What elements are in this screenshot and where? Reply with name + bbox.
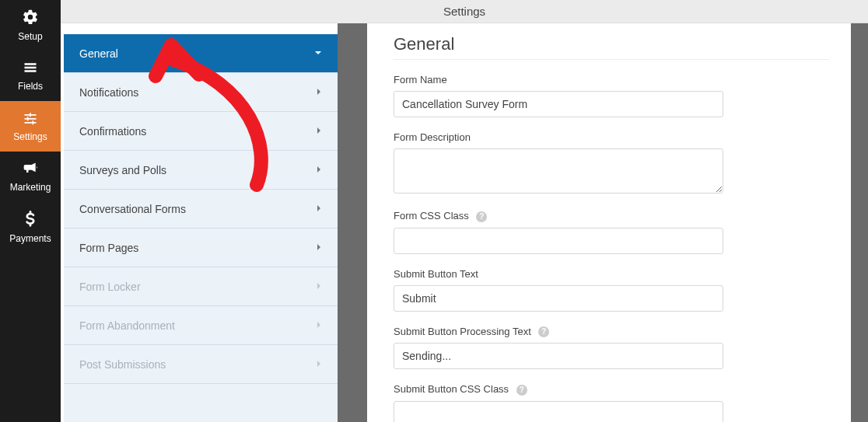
form-css-class-label-text: Form CSS Class [394,210,469,221]
form-css-class-label: Form CSS Class ? [394,210,831,222]
submit-button-processing-text-label: Submit Button Processing Text ? [394,326,831,338]
nav-fields[interactable]: Fields [0,51,61,101]
chevron-right-icon [316,242,322,253]
settings-item-conversational-forms[interactable]: Conversational Forms [64,190,338,228]
chevron-right-icon [316,165,322,176]
divider [394,59,829,60]
page-header: Settings [61,0,868,23]
chevron-right-icon [316,281,322,292]
gutter-left [338,23,367,422]
gear-icon [22,9,39,28]
chevron-right-icon [316,87,322,98]
form-description-textarea[interactable] [394,148,723,194]
settings-item-label: Surveys and Polls [79,164,166,176]
settings-item-label: Form Locker [79,281,141,293]
submit-button-text-input[interactable] [394,285,723,312]
settings-item-general[interactable]: General [64,34,338,73]
nav-fields-label: Fields [18,81,43,92]
settings-item-form-locker[interactable]: Form Locker [64,267,338,306]
help-icon[interactable]: ? [476,211,487,222]
nav-marketing[interactable]: Marketing [0,152,61,202]
list-icon [22,60,39,78]
vertical-nav: Setup Fields Settings Marketing Payments [0,0,61,422]
nav-marketing-label: Marketing [10,182,51,193]
settings-item-label: Confirmations [79,125,146,138]
form-css-class-input[interactable] [394,228,723,254]
field-submit-button-text: Submit Button Text [394,268,831,312]
chevron-right-icon [316,320,322,331]
settings-item-form-pages[interactable]: Form Pages [64,228,338,267]
settings-item-label: Conversational Forms [79,203,186,215]
submit-button-processing-text-label-text: Submit Button Processing Text [394,326,531,337]
chevron-down-icon [314,48,322,59]
chevron-right-icon [316,204,322,214]
page-title: Settings [443,5,485,18]
chevron-right-icon [316,126,322,137]
settings-item-form-abandonment[interactable]: Form Abandonment [64,306,338,345]
nav-settings[interactable]: Settings [0,101,61,152]
settings-item-label: Post Submissions [79,358,166,371]
settings-item-label: Notifications [79,86,138,99]
settings-item-label: Form Abandonment [79,319,175,332]
settings-item-surveys-and-polls[interactable]: Surveys and Polls [64,151,338,190]
settings-item-post-submissions[interactable]: Post Submissions [64,345,338,384]
help-icon[interactable]: ? [516,385,527,396]
field-submit-button-processing-text: Submit Button Processing Text ? [394,326,831,370]
gutter-top [338,0,367,23]
settings-item-label: General [79,47,118,60]
nav-setup-label: Setup [18,31,42,42]
chevron-right-icon [316,359,322,370]
sliders-icon [22,110,39,128]
nav-setup[interactable]: Setup [0,0,61,51]
bullhorn-icon [22,161,39,179]
gutter-right [851,23,868,422]
nav-settings-label: Settings [13,131,47,142]
submit-button-css-class-input[interactable] [394,401,723,422]
field-form-description: Form Description [394,131,831,196]
submit-button-css-class-label-text: Submit Button CSS Class [394,383,509,395]
field-form-name: Form Name [394,74,831,117]
form-name-input[interactable] [394,91,723,117]
field-form-css-class: Form CSS Class ? [394,210,831,254]
submit-button-text-label: Submit Button Text [394,268,831,280]
settings-panel: General Notifications Confirmations Surv… [64,34,338,422]
form-description-label: Form Description [394,131,831,143]
form-name-label: Form Name [394,74,831,85]
settings-item-label: Form Pages [79,242,138,254]
field-submit-button-css-class: Submit Button CSS Class ? [394,383,831,422]
submit-button-css-class-label: Submit Button CSS Class ? [394,383,831,396]
settings-item-confirmations[interactable]: Confirmations [64,112,338,151]
content-heading: General [394,34,831,54]
nav-payments[interactable]: Payments [0,202,61,253]
main-content: General Form Name Form Description Form … [367,23,851,422]
dollar-icon [24,211,37,230]
help-icon[interactable]: ? [538,326,549,337]
nav-payments-label: Payments [9,233,51,244]
submit-button-processing-text-input[interactable] [394,343,723,369]
settings-item-notifications[interactable]: Notifications [64,73,338,112]
